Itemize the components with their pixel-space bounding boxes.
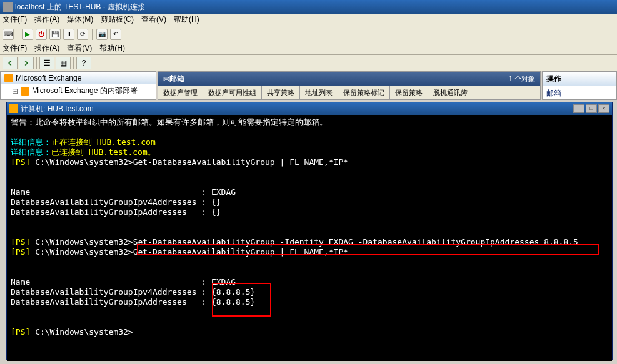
- help-button[interactable]: ?: [76, 57, 91, 69]
- terminal-titlebar: 计算机: HUB.test.com _ □ ×: [7, 102, 612, 115]
- terminal-body[interactable]: 警告：此命令将枚举组织中的所有邮箱。如果有许多邮箱，则可能需要指定特定的邮箱。 …: [7, 115, 612, 361]
- vm-title: localhost 上的 TEST-HUB - 虚拟机连接: [15, 2, 614, 12]
- menu-file[interactable]: 文件(F): [3, 14, 27, 25]
- menu2-file[interactable]: 文件(F): [3, 43, 27, 54]
- vm-menubar: 文件(F) 操作(A) 媒体(M) 剪贴板(C) 查看(V) 帮助(H): [0, 14, 617, 26]
- menu2-help[interactable]: 帮助(H): [99, 43, 125, 54]
- vm-icon: [3, 2, 13, 12]
- start-button[interactable]: ▶: [22, 29, 33, 40]
- close-button[interactable]: ×: [598, 104, 609, 113]
- tabs: 数据库管理 数据库可用性组 共享策略 地址列表 保留策略标记 保留策略 脱机通讯…: [158, 86, 540, 100]
- vm-toolbar: ⌨ ▶ ⏻ 💾 ⏸ ⟳ 📷 ↶: [0, 26, 617, 42]
- tab-oab[interactable]: 脱机通讯簿: [428, 86, 473, 99]
- tab-db-manage[interactable]: 数据库管理: [158, 86, 203, 99]
- menu2-action[interactable]: 操作(A): [34, 43, 59, 54]
- center-panel: ✉ 邮箱 1 个对象 数据库管理 数据库可用性组 共享策略 地址列表 保留策略标…: [158, 71, 541, 100]
- properties-button[interactable]: ▦: [56, 57, 71, 69]
- mmc-main: Microsoft Exchange ⊟ Microsoft Exchange …: [0, 71, 617, 100]
- powershell-window: 计算机: HUB.test.com _ □ × 警告：此命令将枚举组织中的所有邮…: [6, 102, 613, 360]
- reset-button[interactable]: ⟳: [77, 29, 88, 40]
- exchange-toolbar: ☰ ▦ ?: [0, 55, 617, 71]
- exchange-icon: [4, 74, 13, 82]
- terminal-title: 计算机: HUB.test.com: [21, 104, 572, 114]
- mail-icon: ✉: [163, 75, 169, 84]
- actions-header: 操作: [543, 72, 616, 86]
- menu-clipboard[interactable]: 剪贴板(C): [101, 14, 134, 25]
- shutdown-button[interactable]: ⏻: [36, 29, 47, 40]
- tab-share-policy[interactable]: 共享策略: [262, 86, 300, 99]
- minimize-button[interactable]: _: [573, 104, 584, 113]
- revert-button[interactable]: ↶: [110, 29, 121, 40]
- center-header: ✉ 邮箱 1 个对象: [158, 72, 540, 86]
- menu-view[interactable]: 查看(V): [141, 14, 166, 25]
- tab-address-list[interactable]: 地址列表: [300, 86, 338, 99]
- menu-action[interactable]: 操作(A): [34, 14, 59, 25]
- tab-dag[interactable]: 数据库可用性组: [203, 86, 262, 99]
- snapshot-button[interactable]: 📷: [96, 29, 108, 40]
- menu2-view[interactable]: 查看(V): [67, 43, 92, 54]
- exchange-menubar: 文件(F) 操作(A) 查看(V) 帮助(H): [0, 42, 617, 55]
- terminal-icon: [9, 104, 18, 113]
- maximize-button[interactable]: □: [586, 104, 597, 113]
- forward-button[interactable]: [19, 57, 34, 69]
- show-tree-button[interactable]: ☰: [39, 57, 54, 69]
- vm-titlebar: localhost 上的 TEST-HUB - 虚拟机连接: [0, 0, 617, 14]
- tab-retention-policy[interactable]: 保留策略: [390, 86, 428, 99]
- ctrl-alt-del-button[interactable]: ⌨: [3, 29, 14, 40]
- pause-button[interactable]: ⏸: [63, 29, 74, 40]
- actions-panel: 操作 邮箱: [542, 71, 617, 100]
- tree-root[interactable]: Microsoft Exchange: [1, 72, 156, 84]
- tree-child[interactable]: ⊟ Microsoft Exchange 的内部部署: [1, 84, 156, 97]
- tree-panel: Microsoft Exchange ⊟ Microsoft Exchange …: [0, 71, 156, 100]
- menu-media[interactable]: 媒体(M): [67, 14, 93, 25]
- save-button[interactable]: 💾: [49, 29, 61, 40]
- actions-mailbox[interactable]: 邮箱: [543, 86, 616, 101]
- menu-help[interactable]: 帮助(H): [174, 14, 199, 25]
- exchange-icon: [21, 87, 29, 96]
- tab-retention-tag[interactable]: 保留策略标记: [338, 86, 390, 99]
- back-button[interactable]: [3, 57, 18, 69]
